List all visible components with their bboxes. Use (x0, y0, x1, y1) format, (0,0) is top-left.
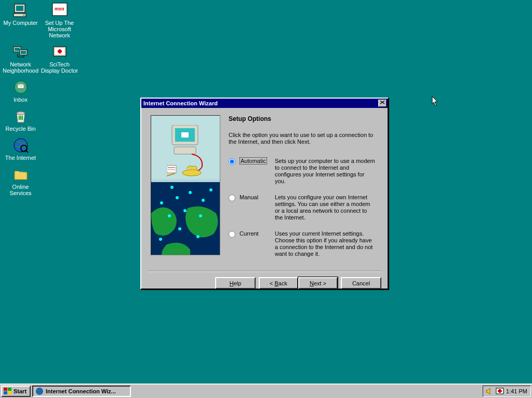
folder-icon (12, 166, 29, 183)
icon-label: Recycle Bin (1, 126, 40, 132)
windows-logo-icon (4, 388, 12, 395)
svg-point-34 (202, 199, 205, 202)
close-button[interactable] (378, 100, 387, 107)
option-desc: Uses your current Internet settings. Cho… (275, 230, 378, 257)
inbox-icon (12, 79, 29, 95)
task-label: Internet Connection Wiz... (46, 388, 116, 394)
desktop: My Computer msn. Set Up TheMicrosoftNetw… (0, 0, 532, 398)
option-automatic: Automatic Sets up your computer to use a… (229, 158, 378, 185)
svg-text:.: . (63, 6, 64, 11)
svg-point-37 (199, 214, 202, 217)
wizard-dialog: Internet Connection Wizard (140, 98, 389, 290)
speaker-icon[interactable] (485, 387, 494, 395)
icon-label: Set Up TheMicrosoftNetwork (40, 20, 79, 38)
dialog-body: Setup Options Click the option you want … (141, 108, 388, 271)
option-current: Current Uses your current Internet setti… (229, 230, 378, 257)
svg-rect-46 (8, 391, 11, 394)
computer-icon (12, 2, 29, 19)
option-label[interactable]: Current (240, 230, 271, 237)
cancel-button[interactable]: Cancel (341, 277, 381, 289)
svg-point-36 (183, 209, 187, 212)
svg-rect-10 (21, 51, 26, 54)
svg-rect-3 (23, 15, 25, 16)
svg-rect-44 (8, 388, 11, 391)
option-manual: Manual Lets you configure your own Inter… (229, 194, 378, 221)
help-button[interactable]: Help (215, 277, 256, 289)
globe-icon (12, 137, 29, 154)
taskbar-task-wizard[interactable]: Internet Connection Wiz... (32, 386, 131, 397)
desktop-icon-msn[interactable]: msn. Set Up TheMicrosoftNetwork (40, 1, 79, 43)
svg-point-25 (182, 170, 201, 176)
icon-label: The Internet (1, 155, 40, 161)
svg-rect-8 (15, 48, 20, 51)
svg-rect-24 (174, 147, 196, 154)
svg-point-32 (176, 196, 179, 199)
msn-icon: msn. (51, 2, 68, 19)
desktop-icon-online-services[interactable]: OnlineServices (1, 165, 40, 200)
icon-label: NetworkNeighborhood (1, 61, 40, 74)
svg-point-33 (189, 191, 192, 194)
dialog-heading: Setup Options (229, 115, 378, 122)
network-icon (12, 44, 29, 60)
mouse-cursor-icon (431, 97, 440, 107)
svg-point-47 (36, 388, 43, 395)
option-desc: Lets you configure your own Internet set… (275, 194, 378, 221)
recycle-bin-icon (12, 108, 29, 125)
option-desc: Sets up your computer to use a modem to … (275, 158, 378, 185)
svg-line-20 (26, 150, 28, 153)
dialog-button-row: Help < Back Next > Cancel (141, 272, 388, 294)
desktop-icon-scitech[interactable]: SciTechDisplay Doctor (40, 43, 79, 78)
svg-point-39 (159, 238, 162, 241)
radio-automatic[interactable] (229, 158, 235, 165)
svg-line-29 (167, 173, 175, 176)
svg-point-40 (196, 235, 200, 238)
wizard-task-icon (35, 387, 44, 395)
start-button[interactable]: Start (1, 386, 31, 397)
svg-point-17 (17, 112, 25, 115)
svg-rect-43 (4, 388, 7, 391)
svg-rect-23 (181, 132, 189, 138)
taskbar: Start Internet Connection Wiz... 1:41 PM (0, 383, 532, 398)
option-label[interactable]: Automatic (240, 157, 267, 164)
svg-point-42 (170, 186, 174, 189)
svg-rect-26 (167, 166, 176, 173)
icon-label: Inbox (1, 97, 40, 103)
svg-point-38 (178, 227, 181, 230)
radio-current[interactable] (229, 231, 235, 238)
system-tray: 1:41 PM (483, 386, 531, 397)
desktop-icon-recycle-bin[interactable]: Recycle Bin (1, 107, 40, 136)
svg-rect-50 (498, 390, 502, 392)
start-label: Start (14, 388, 26, 394)
radio-manual[interactable] (229, 195, 235, 201)
window-title: Internet Connection Wizard (143, 100, 218, 106)
desktop-icon-the-internet[interactable]: The Internet (1, 136, 40, 165)
display-doctor-icon (51, 44, 68, 60)
desktop-icon-my-computer[interactable]: My Computer (1, 1, 40, 43)
svg-rect-1 (16, 6, 23, 11)
icon-label: SciTechDisplay Doctor (40, 61, 79, 74)
icon-label: My Computer (1, 20, 40, 26)
svg-rect-45 (4, 391, 7, 394)
svg-rect-14 (58, 50, 62, 52)
svg-point-35 (168, 214, 171, 217)
icon-label: OnlineServices (1, 184, 40, 196)
display-tray-icon[interactable] (496, 387, 504, 395)
clock[interactable]: 1:41 PM (506, 388, 527, 394)
desktop-icon-inbox[interactable]: Inbox (1, 78, 40, 107)
dialog-intro-text: Click the option you want to use to set … (229, 132, 378, 145)
svg-point-31 (160, 201, 163, 204)
desktop-icons: My Computer msn. Set Up TheMicrosoftNetw… (1, 1, 79, 200)
option-label[interactable]: Manual (240, 194, 271, 200)
titlebar[interactable]: Internet Connection Wizard (141, 99, 388, 108)
next-button[interactable]: Next > (298, 277, 338, 289)
back-button[interactable]: < Back (259, 277, 298, 289)
svg-point-41 (209, 188, 212, 191)
wizard-illustration (151, 115, 220, 255)
desktop-icon-network-neighborhood[interactable]: NetworkNeighborhood (1, 43, 40, 78)
